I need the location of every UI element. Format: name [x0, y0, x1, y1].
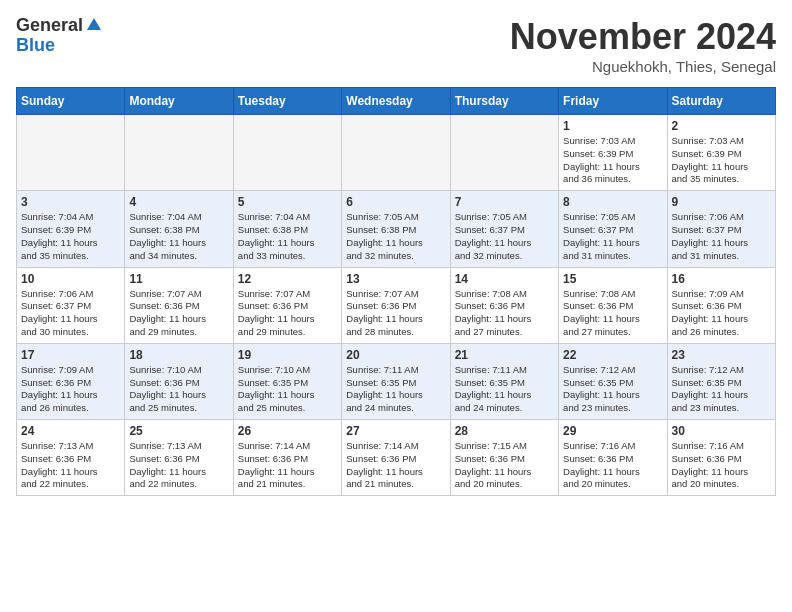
day-info: Sunrise: 7:06 AM Sunset: 6:37 PM Dayligh… — [21, 288, 120, 339]
calendar-cell: 8Sunrise: 7:05 AM Sunset: 6:37 PM Daylig… — [559, 191, 667, 267]
day-info: Sunrise: 7:06 AM Sunset: 6:37 PM Dayligh… — [672, 211, 771, 262]
calendar-cell: 27Sunrise: 7:14 AM Sunset: 6:36 PM Dayli… — [342, 420, 450, 496]
calendar-cell: 10Sunrise: 7:06 AM Sunset: 6:37 PM Dayli… — [17, 267, 125, 343]
day-info: Sunrise: 7:05 AM Sunset: 6:37 PM Dayligh… — [563, 211, 662, 262]
calendar-week-row: 24Sunrise: 7:13 AM Sunset: 6:36 PM Dayli… — [17, 420, 776, 496]
calendar-cell: 1Sunrise: 7:03 AM Sunset: 6:39 PM Daylig… — [559, 115, 667, 191]
day-number: 15 — [563, 272, 662, 286]
calendar-cell: 24Sunrise: 7:13 AM Sunset: 6:36 PM Dayli… — [17, 420, 125, 496]
calendar-cell: 16Sunrise: 7:09 AM Sunset: 6:36 PM Dayli… — [667, 267, 775, 343]
day-info: Sunrise: 7:10 AM Sunset: 6:35 PM Dayligh… — [238, 364, 337, 415]
day-info: Sunrise: 7:14 AM Sunset: 6:36 PM Dayligh… — [238, 440, 337, 491]
day-number: 24 — [21, 424, 120, 438]
day-info: Sunrise: 7:13 AM Sunset: 6:36 PM Dayligh… — [129, 440, 228, 491]
day-info: Sunrise: 7:10 AM Sunset: 6:36 PM Dayligh… — [129, 364, 228, 415]
location: Nguekhokh, Thies, Senegal — [510, 58, 776, 75]
day-number: 30 — [672, 424, 771, 438]
day-info: Sunrise: 7:14 AM Sunset: 6:36 PM Dayligh… — [346, 440, 445, 491]
calendar-week-row: 1Sunrise: 7:03 AM Sunset: 6:39 PM Daylig… — [17, 115, 776, 191]
day-number: 16 — [672, 272, 771, 286]
day-number: 12 — [238, 272, 337, 286]
calendar: SundayMondayTuesdayWednesdayThursdayFrid… — [16, 87, 776, 496]
calendar-cell: 11Sunrise: 7:07 AM Sunset: 6:36 PM Dayli… — [125, 267, 233, 343]
day-number: 1 — [563, 119, 662, 133]
calendar-cell: 13Sunrise: 7:07 AM Sunset: 6:36 PM Dayli… — [342, 267, 450, 343]
day-number: 10 — [21, 272, 120, 286]
calendar-cell: 6Sunrise: 7:05 AM Sunset: 6:38 PM Daylig… — [342, 191, 450, 267]
logo-blue: Blue — [16, 36, 103, 56]
day-info: Sunrise: 7:16 AM Sunset: 6:36 PM Dayligh… — [563, 440, 662, 491]
calendar-cell: 28Sunrise: 7:15 AM Sunset: 6:36 PM Dayli… — [450, 420, 558, 496]
day-info: Sunrise: 7:07 AM Sunset: 6:36 PM Dayligh… — [346, 288, 445, 339]
day-info: Sunrise: 7:04 AM Sunset: 6:38 PM Dayligh… — [129, 211, 228, 262]
day-info: Sunrise: 7:13 AM Sunset: 6:36 PM Dayligh… — [21, 440, 120, 491]
calendar-week-row: 17Sunrise: 7:09 AM Sunset: 6:36 PM Dayli… — [17, 343, 776, 419]
day-info: Sunrise: 7:08 AM Sunset: 6:36 PM Dayligh… — [455, 288, 554, 339]
calendar-cell: 12Sunrise: 7:07 AM Sunset: 6:36 PM Dayli… — [233, 267, 341, 343]
day-info: Sunrise: 7:03 AM Sunset: 6:39 PM Dayligh… — [672, 135, 771, 186]
calendar-cell: 21Sunrise: 7:11 AM Sunset: 6:35 PM Dayli… — [450, 343, 558, 419]
calendar-cell: 4Sunrise: 7:04 AM Sunset: 6:38 PM Daylig… — [125, 191, 233, 267]
day-info: Sunrise: 7:09 AM Sunset: 6:36 PM Dayligh… — [21, 364, 120, 415]
day-number: 7 — [455, 195, 554, 209]
day-info: Sunrise: 7:15 AM Sunset: 6:36 PM Dayligh… — [455, 440, 554, 491]
calendar-cell: 22Sunrise: 7:12 AM Sunset: 6:35 PM Dayli… — [559, 343, 667, 419]
day-info: Sunrise: 7:16 AM Sunset: 6:36 PM Dayligh… — [672, 440, 771, 491]
calendar-cell: 2Sunrise: 7:03 AM Sunset: 6:39 PM Daylig… — [667, 115, 775, 191]
day-info: Sunrise: 7:05 AM Sunset: 6:37 PM Dayligh… — [455, 211, 554, 262]
day-info: Sunrise: 7:09 AM Sunset: 6:36 PM Dayligh… — [672, 288, 771, 339]
calendar-cell: 18Sunrise: 7:10 AM Sunset: 6:36 PM Dayli… — [125, 343, 233, 419]
month-title: November 2024 — [510, 16, 776, 58]
calendar-cell: 5Sunrise: 7:04 AM Sunset: 6:38 PM Daylig… — [233, 191, 341, 267]
calendar-cell: 17Sunrise: 7:09 AM Sunset: 6:36 PM Dayli… — [17, 343, 125, 419]
weekday-header: Saturday — [667, 88, 775, 115]
calendar-cell: 29Sunrise: 7:16 AM Sunset: 6:36 PM Dayli… — [559, 420, 667, 496]
calendar-cell — [17, 115, 125, 191]
day-info: Sunrise: 7:07 AM Sunset: 6:36 PM Dayligh… — [238, 288, 337, 339]
calendar-cell — [342, 115, 450, 191]
day-number: 13 — [346, 272, 445, 286]
day-number: 25 — [129, 424, 228, 438]
day-info: Sunrise: 7:03 AM Sunset: 6:39 PM Dayligh… — [563, 135, 662, 186]
weekday-header: Monday — [125, 88, 233, 115]
calendar-cell: 7Sunrise: 7:05 AM Sunset: 6:37 PM Daylig… — [450, 191, 558, 267]
page-header: General Blue November 2024 Nguekhokh, Th… — [16, 16, 776, 75]
weekday-header: Friday — [559, 88, 667, 115]
title-area: November 2024 Nguekhokh, Thies, Senegal — [510, 16, 776, 75]
calendar-cell: 25Sunrise: 7:13 AM Sunset: 6:36 PM Dayli… — [125, 420, 233, 496]
day-number: 27 — [346, 424, 445, 438]
day-info: Sunrise: 7:11 AM Sunset: 6:35 PM Dayligh… — [346, 364, 445, 415]
day-number: 17 — [21, 348, 120, 362]
day-info: Sunrise: 7:12 AM Sunset: 6:35 PM Dayligh… — [672, 364, 771, 415]
day-number: 28 — [455, 424, 554, 438]
day-info: Sunrise: 7:05 AM Sunset: 6:38 PM Dayligh… — [346, 211, 445, 262]
day-info: Sunrise: 7:08 AM Sunset: 6:36 PM Dayligh… — [563, 288, 662, 339]
weekday-header-row: SundayMondayTuesdayWednesdayThursdayFrid… — [17, 88, 776, 115]
day-number: 29 — [563, 424, 662, 438]
day-info: Sunrise: 7:11 AM Sunset: 6:35 PM Dayligh… — [455, 364, 554, 415]
day-number: 26 — [238, 424, 337, 438]
day-number: 3 — [21, 195, 120, 209]
day-number: 2 — [672, 119, 771, 133]
day-number: 11 — [129, 272, 228, 286]
calendar-cell: 19Sunrise: 7:10 AM Sunset: 6:35 PM Dayli… — [233, 343, 341, 419]
calendar-week-row: 10Sunrise: 7:06 AM Sunset: 6:37 PM Dayli… — [17, 267, 776, 343]
calendar-week-row: 3Sunrise: 7:04 AM Sunset: 6:39 PM Daylig… — [17, 191, 776, 267]
calendar-cell: 23Sunrise: 7:12 AM Sunset: 6:35 PM Dayli… — [667, 343, 775, 419]
day-number: 8 — [563, 195, 662, 209]
calendar-cell: 9Sunrise: 7:06 AM Sunset: 6:37 PM Daylig… — [667, 191, 775, 267]
day-info: Sunrise: 7:07 AM Sunset: 6:36 PM Dayligh… — [129, 288, 228, 339]
calendar-cell: 20Sunrise: 7:11 AM Sunset: 6:35 PM Dayli… — [342, 343, 450, 419]
day-number: 18 — [129, 348, 228, 362]
day-number: 5 — [238, 195, 337, 209]
day-info: Sunrise: 7:12 AM Sunset: 6:35 PM Dayligh… — [563, 364, 662, 415]
calendar-cell — [125, 115, 233, 191]
day-number: 20 — [346, 348, 445, 362]
day-number: 19 — [238, 348, 337, 362]
logo: General Blue — [16, 16, 103, 56]
calendar-cell: 30Sunrise: 7:16 AM Sunset: 6:36 PM Dayli… — [667, 420, 775, 496]
weekday-header: Thursday — [450, 88, 558, 115]
calendar-cell — [450, 115, 558, 191]
logo-icon — [85, 16, 103, 34]
weekday-header: Wednesday — [342, 88, 450, 115]
